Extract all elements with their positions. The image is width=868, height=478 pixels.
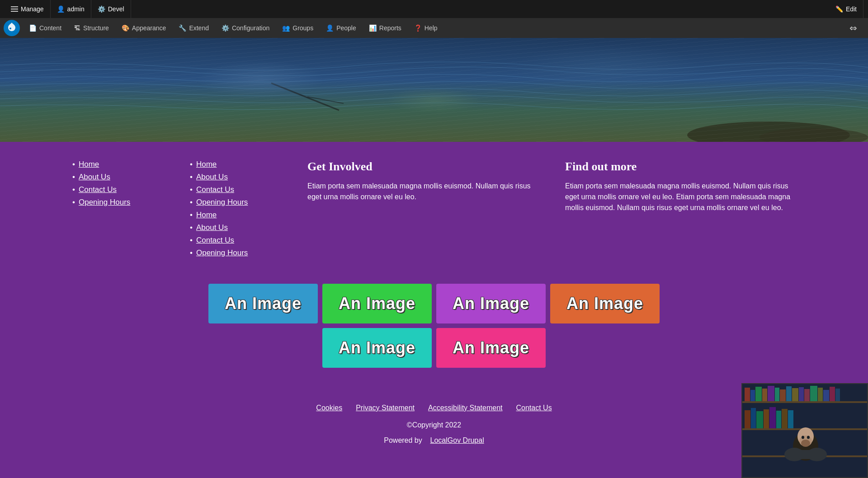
- footer-contact[interactable]: Contact Us: [516, 404, 552, 412]
- nav-contact-2b[interactable]: Contact Us: [196, 236, 234, 245]
- list-item: About Us: [190, 173, 280, 182]
- nav-extend-label: Extend: [189, 24, 209, 32]
- list-item: Opening Hours: [72, 198, 163, 207]
- nav-hours-2b[interactable]: Opening Hours: [196, 248, 248, 258]
- footer-cookies[interactable]: Cookies: [316, 404, 342, 412]
- footer-accessibility[interactable]: Accessibility Statement: [428, 404, 503, 412]
- footer-copyright: ©Copyright 2022: [0, 421, 868, 429]
- nav-groups[interactable]: Groups: [276, 18, 320, 38]
- tile-label-3: An Image: [453, 294, 529, 313]
- hero-image: [0, 38, 868, 142]
- svg-line-6: [307, 97, 344, 103]
- svg-point-4: [760, 128, 868, 142]
- nav-contact-1[interactable]: Contact Us: [79, 185, 117, 194]
- localgov-drupal-link[interactable]: LocalGov Drupal: [430, 436, 484, 444]
- image-tile-5[interactable]: An Image: [322, 328, 432, 368]
- tile-label-2: An Image: [339, 294, 415, 313]
- svg-point-1: [9, 28, 11, 29]
- admin-label: admin: [67, 5, 85, 13]
- drupal-navbar: Content Structure Appearance Extend Conf…: [0, 18, 868, 38]
- find-out-more-section: Find out more Etiam porta sem malesuada …: [565, 160, 796, 261]
- nav-structure[interactable]: Structure: [68, 18, 115, 38]
- list-item: Opening Hours: [190, 198, 280, 207]
- image-row-1: An Image An Image An Image An Image: [208, 284, 660, 323]
- person-icon: [57, 5, 65, 13]
- image-tile-2[interactable]: An Image: [322, 284, 432, 323]
- webcam-background: [742, 384, 867, 477]
- image-tile-1[interactable]: An Image: [208, 284, 318, 323]
- webcam-overlay: [741, 383, 868, 478]
- footer-links: Cookies Privacy Statement Accessibility …: [0, 404, 868, 412]
- nav-col-1: Home About Us Contact Us Opening Hours: [72, 160, 163, 261]
- image-tile-4[interactable]: An Image: [550, 284, 660, 323]
- image-tile-3[interactable]: An Image: [436, 284, 546, 323]
- admin-menu-item[interactable]: admin: [51, 0, 91, 18]
- list-item: Home: [190, 160, 280, 169]
- nav-list-1: Home About Us Contact Us Opening Hours: [72, 160, 163, 207]
- devel-menu-item[interactable]: Devel: [91, 0, 131, 18]
- nav-about-1[interactable]: About Us: [79, 173, 110, 182]
- nav-groups-label: Groups: [292, 24, 313, 32]
- people-icon: [326, 24, 334, 32]
- footer: Cookies Privacy Statement Accessibility …: [0, 395, 868, 463]
- pencil-icon: [835, 5, 843, 13]
- nav-appearance[interactable]: Appearance: [115, 18, 173, 38]
- nav-hours-2a[interactable]: Opening Hours: [196, 198, 248, 207]
- nav-home-1[interactable]: Home: [79, 160, 99, 169]
- nav-reports[interactable]: Reports: [363, 18, 408, 38]
- footer-powered: Powered by LocalGov Drupal: [0, 436, 868, 445]
- get-involved-section: Get Involved Etiam porta sem malesuada m…: [307, 160, 538, 261]
- manage-menu-item[interactable]: Manage: [5, 0, 51, 18]
- nav-appearance-label: Appearance: [132, 24, 166, 32]
- svg-point-3: [687, 122, 850, 142]
- nav-help-label: Help: [425, 24, 438, 32]
- nav-configuration-label: Configuration: [232, 24, 269, 32]
- nav-contact-2a[interactable]: Contact Us: [196, 185, 234, 194]
- image-grid: An Image An Image An Image An Image An I…: [72, 284, 796, 368]
- nav-about-2b[interactable]: About Us: [196, 223, 228, 232]
- nav-people[interactable]: People: [320, 18, 363, 38]
- image-row-2: An Image An Image: [322, 328, 546, 368]
- nav-reports-label: Reports: [379, 24, 401, 32]
- tile-label-6: An Image: [453, 338, 529, 357]
- nav-extend[interactable]: Extend: [172, 18, 215, 38]
- list-item: Home: [72, 160, 163, 169]
- svg-line-5: [271, 83, 339, 110]
- nav-help[interactable]: Help: [408, 18, 444, 38]
- tile-label-1: An Image: [225, 294, 302, 313]
- structure-icon: [74, 24, 80, 32]
- footer-privacy[interactable]: Privacy Statement: [356, 404, 415, 412]
- config-icon: [222, 24, 229, 32]
- groups-icon: [282, 24, 290, 32]
- find-out-more-body: Etiam porta sem malesuada magna mollis e…: [565, 181, 796, 213]
- devel-label: Devel: [108, 5, 124, 13]
- manage-label: Manage: [21, 5, 44, 13]
- edit-menu-item[interactable]: Edit: [829, 0, 863, 18]
- powered-by-label: Powered by: [384, 436, 422, 444]
- nav-content-label: Content: [39, 24, 61, 32]
- nav-hours-1[interactable]: Opening Hours: [79, 198, 130, 207]
- nav-about-2a[interactable]: About Us: [196, 173, 228, 182]
- get-involved-title: Get Involved: [307, 160, 538, 173]
- nav-home-2b[interactable]: Home: [196, 211, 217, 220]
- svg-rect-2: [0, 38, 868, 142]
- edit-label: Edit: [846, 5, 857, 13]
- tile-label-4: An Image: [566, 294, 643, 313]
- find-out-more-title: Find out more: [565, 160, 796, 173]
- nav-home-2a[interactable]: Home: [196, 160, 217, 169]
- search-toggle[interactable]: ⇔: [849, 23, 857, 33]
- svg-rect-44: [742, 383, 867, 478]
- list-item: About Us: [72, 173, 163, 182]
- nav-list-2: Home About Us Contact Us Opening Hours H…: [190, 160, 280, 258]
- help-icon: [414, 24, 422, 32]
- list-item: About Us: [190, 223, 280, 232]
- gear-icon: [98, 5, 105, 13]
- image-tile-6[interactable]: An Image: [436, 328, 546, 368]
- nav-content[interactable]: Content: [23, 18, 68, 38]
- nav-configuration[interactable]: Configuration: [215, 18, 276, 38]
- admin-toolbar: Manage admin Devel Edit: [0, 0, 868, 18]
- list-item: Opening Hours: [190, 248, 280, 258]
- nav-info-section: Home About Us Contact Us Opening Hours H…: [72, 160, 796, 261]
- drupal-logo[interactable]: [4, 20, 20, 36]
- appearance-icon: [122, 24, 129, 32]
